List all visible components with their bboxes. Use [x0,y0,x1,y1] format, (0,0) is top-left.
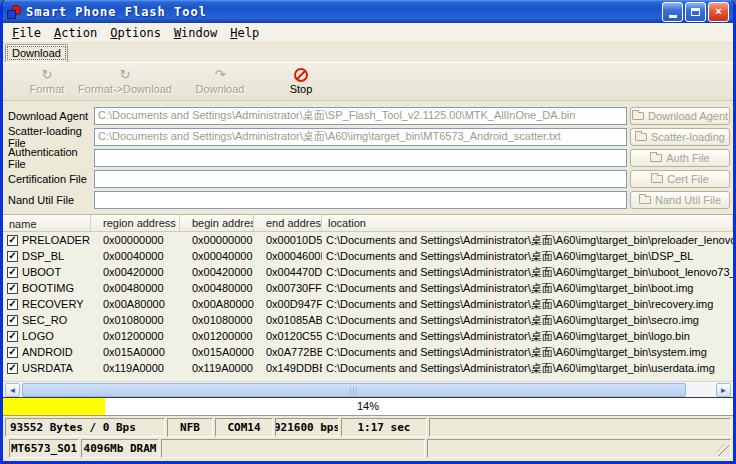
file-location: C:\Documents and Settings\Administrator\… [322,329,733,344]
region-address: 0x01080000 [91,314,180,326]
partition-name: UBOOT [22,266,61,278]
app-window: Smart Phone Flash Tool × File Action Opt… [0,0,736,464]
header-begin-address[interactable]: begin address [180,215,254,231]
table-row[interactable]: BOOTIMG 0x00480000 0x00480000 0x00730FFF… [3,280,733,296]
table-row[interactable]: PRELOADER 0x00000000 0x00000000 0x00010D… [3,232,733,248]
horizontal-scrollbar[interactable]: ◄ ► [3,381,733,397]
resize-grip-icon[interactable] [717,444,729,456]
file-location: C:\Documents and Settings\Administrator\… [322,297,733,312]
partition-name: DSP_BL [22,250,64,262]
menu-window[interactable]: Window [168,24,224,42]
end-address: 0x149DDBBF [254,362,322,374]
table-row[interactable]: UBOOT 0x00420000 0x00420000 0x004470D3 C… [3,264,733,280]
cert-file-browse-button[interactable]: Cert File [630,170,730,188]
menu-file[interactable]: File [6,24,48,42]
tab-download[interactable]: Download [5,44,68,62]
end-address: 0x00D947FF [254,298,322,310]
checkbox-checked-icon[interactable] [7,283,18,294]
menu-action[interactable]: Action [48,24,104,42]
format-download-button[interactable]: ↻ Format->Download [75,63,175,99]
end-address: 0x004470D3 [254,266,322,278]
begin-address: 0x119A0000 [180,362,254,374]
close-button[interactable]: × [708,2,729,22]
end-address: 0x0120C55F [254,330,322,342]
file-fields: Download Agent Download Agent Scatter-lo… [3,101,733,214]
download-agent-input[interactable] [94,107,627,125]
format-label: Format [30,83,65,95]
end-address: 0x0004600F [254,250,322,262]
end-address: 0x00730FFF [254,282,322,294]
partition-name: USRDATA [22,362,73,374]
title-bar: Smart Phone Flash Tool × [3,0,733,23]
nand-util-file-row: Nand Util File Nand Util File [6,190,730,209]
download-agent-label: Download Agent [6,110,94,122]
header-region-address[interactable]: region address [91,215,180,231]
table-row[interactable]: ANDROID 0x015A0000 0x015A0000 0x0A772BBF… [3,344,733,360]
scroll-right-icon[interactable]: ► [716,383,731,397]
checkbox-checked-icon[interactable] [7,235,18,246]
region-address: 0x01200000 [91,330,180,342]
table-row[interactable]: LOGO 0x01200000 0x01200000 0x0120C55F C:… [3,328,733,344]
certification-file-input[interactable] [94,170,627,188]
nand-util-file-input[interactable] [94,191,627,209]
header-name[interactable]: name [3,215,91,231]
scroll-left-icon[interactable]: ◄ [5,383,20,397]
menu-bar: File Action Options Window Help [3,23,733,43]
begin-address: 0x01200000 [180,330,254,342]
region-address: 0x00A80000 [91,298,180,310]
download-agent-row: Download Agent Download Agent [6,106,730,125]
status-com-port: COM14 [215,418,273,437]
status-mode: NFB [167,418,213,437]
download-agent-browse-button[interactable]: Download Agent [630,107,730,125]
partition-name: PRELOADER [22,234,90,246]
region-address: 0x00480000 [91,282,180,294]
checkbox-checked-icon[interactable] [7,299,18,310]
checkbox-checked-icon[interactable] [7,267,18,278]
certification-file-label: Certification File [6,173,94,185]
header-end-address[interactable]: end address [254,215,322,231]
status-empty-cell [429,418,731,437]
header-location[interactable]: location [322,215,733,231]
stop-label: Stop [290,83,313,95]
checkbox-checked-icon[interactable] [7,251,18,262]
status-empty-cell [427,439,731,458]
format-download-label: Format->Download [78,83,172,95]
table-row[interactable]: DSP_BL 0x00040000 0x00040000 0x0004600F … [3,248,733,264]
partition-name: RECOVERY [22,298,84,310]
checkbox-checked-icon[interactable] [7,363,18,374]
nand-util-browse-button[interactable]: Nand Util File [630,191,730,209]
file-location: C:\Documents and Settings\Administrator\… [322,233,733,248]
scatter-loading-browse-button[interactable]: Scatter-loading [630,128,730,146]
scatter-loading-input[interactable] [94,128,627,146]
format-button[interactable]: ↻ Format [21,63,73,99]
stop-button[interactable]: Stop [279,63,323,99]
table-row[interactable]: RECOVERY 0x00A80000 0x00A80000 0x00D947F… [3,296,733,312]
menu-options[interactable]: Options [104,24,168,42]
download-agent-button-label: Download Agent [648,110,728,122]
authentication-file-row: Authentication File Auth File [6,148,730,167]
maximize-button[interactable] [685,2,706,22]
begin-address: 0x00A80000 [180,298,254,310]
table-header: name region address begin address end ad… [3,215,733,232]
status-chip-name: MT6573_SO1 [9,439,79,458]
checkbox-checked-icon[interactable] [7,315,18,326]
minimize-button[interactable] [662,2,683,22]
begin-address: 0x01080000 [180,314,254,326]
begin-address: 0x00040000 [180,250,254,262]
download-button[interactable]: ↷ Download [187,63,253,99]
checkbox-checked-icon[interactable] [7,331,18,342]
scrollbar-thumb[interactable] [22,383,686,397]
authentication-file-input[interactable] [94,149,627,167]
authentication-file-label: Authentication File [6,146,94,170]
table-row[interactable]: SEC_RO 0x01080000 0x01080000 0x01085ABF … [3,312,733,328]
table-row[interactable]: USRDATA 0x119A0000 0x119A0000 0x149DDBBF… [3,360,733,376]
partition-table: name region address begin address end ad… [3,214,733,381]
download-icon: ↷ [215,68,226,83]
checkbox-checked-icon[interactable] [7,347,18,358]
menu-help[interactable]: Help [224,24,266,42]
progress-bar: 14% [3,397,733,416]
file-location: C:\Documents and Settings\Administrator\… [322,313,733,328]
scatter-loading-button-label: Scatter-loading [651,131,725,143]
file-location: C:\Documents and Settings\Administrator\… [322,361,733,376]
auth-file-browse-button[interactable]: Auth File [630,149,730,167]
